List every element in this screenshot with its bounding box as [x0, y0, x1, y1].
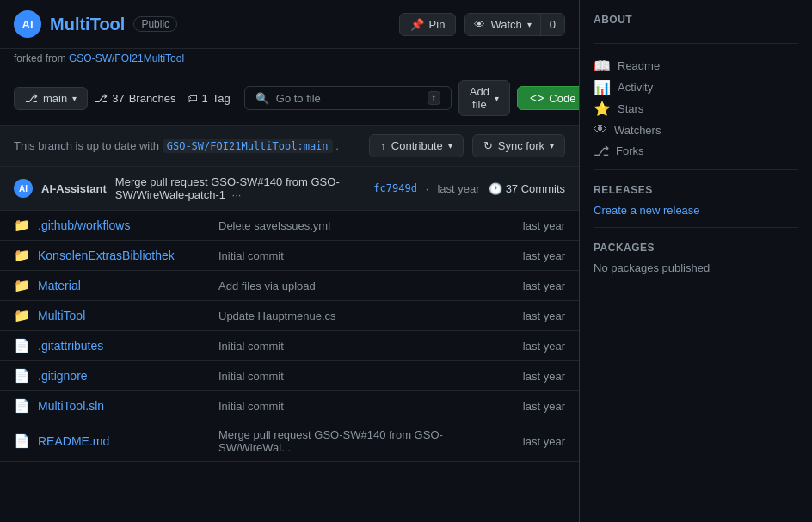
- branch-selector[interactable]: ⎇ main ▾: [14, 87, 88, 110]
- commit-pr-link[interactable]: GSO-SW#140: [211, 175, 282, 188]
- fork-line: forked from GSO-SW/FOI21MultiTool: [0, 49, 579, 71]
- expand-icon[interactable]: ···: [232, 188, 242, 201]
- about-section: About: [594, 14, 798, 44]
- table-row: 📄 .gitattributes Initial commit last yea…: [0, 331, 579, 361]
- go-to-file-search[interactable]: 🔍 t: [244, 86, 452, 110]
- file-commit-msg: Initial commit: [218, 340, 514, 353]
- commit-author[interactable]: AI-Assistant: [41, 182, 107, 195]
- table-row: 📁 MultiTool Update Hauptmenue.cs last ye…: [0, 301, 579, 331]
- create-release-link[interactable]: Create a new release: [594, 204, 700, 217]
- pin-button[interactable]: 📌 Pin: [399, 13, 457, 36]
- file-name[interactable]: Material: [38, 279, 210, 292]
- about-label: About: [594, 14, 798, 26]
- contribute-button[interactable]: ↑ Contribute ▾: [369, 134, 463, 157]
- code-button[interactable]: <> Code ▾: [517, 86, 580, 110]
- watch-main-button[interactable]: 👁 Watch ▾: [465, 14, 539, 35]
- file-time: last year: [523, 279, 565, 292]
- file-commit-msg: Update Hauptmenue.cs: [218, 310, 514, 322]
- file-commit-msg: Merge pull request GSO-SW#140 from GSO-S…: [218, 428, 514, 454]
- sidebar-item-activity[interactable]: 📊 Activity: [594, 79, 798, 95]
- search-shortcut: t: [428, 91, 440, 105]
- sync-fork-button[interactable]: ↻ Sync fork ▾: [472, 134, 565, 157]
- commit-separator: ·: [426, 182, 429, 195]
- chevron-down-icon: ▾: [495, 94, 499, 103]
- file-time: last year: [523, 219, 565, 232]
- file-icon: 📄: [14, 398, 29, 414]
- file-commit-msg: Add files via upload: [218, 279, 514, 292]
- file-name[interactable]: .gitattributes: [38, 339, 210, 353]
- chevron-down-icon: ▾: [448, 141, 452, 150]
- file-commit-msg: Initial commit: [218, 370, 514, 383]
- file-commit-msg: Delete saveIssues.yml: [218, 219, 514, 232]
- file-name[interactable]: README.md: [38, 434, 210, 448]
- avatar: AI: [14, 10, 41, 38]
- sidebar-item-watchers[interactable]: 👁 Watchers: [594, 122, 798, 138]
- activity-icon: 📊: [594, 79, 611, 95]
- repo-name[interactable]: MultiTool: [50, 15, 125, 34]
- file-time: last year: [523, 310, 565, 322]
- readme-section: 📖 Readme 📊 Activity ⭐ Stars 👁 Watchers ⎇: [594, 58, 798, 170]
- file-name[interactable]: MultiTool.sln: [38, 399, 210, 413]
- releases-section: Releases Create a new release: [594, 184, 798, 228]
- file-commit-msg: Initial commit: [218, 400, 514, 413]
- file-time: last year: [523, 249, 565, 262]
- file-icon: 📄: [14, 368, 29, 384]
- table-row: 📁 Material Add files via upload last yea…: [0, 271, 579, 301]
- table-row: 📄 .gitignore Initial commit last year: [0, 361, 579, 391]
- packages-text: No packages published: [594, 261, 710, 274]
- folder-icon: 📁: [14, 218, 29, 233]
- fork-source-link[interactable]: GSO-SW/FOI21MultiTool: [69, 52, 184, 64]
- commits-count-link[interactable]: 🕐 37 Commits: [489, 182, 565, 195]
- sync-bar: This branch is up to date with GSO-SW/FO…: [0, 126, 579, 167]
- latest-commit-row: AI AI-Assistant Merge pull request GSO-S…: [0, 167, 579, 211]
- sidebar-item-forks[interactable]: ⎇ Forks: [594, 143, 798, 159]
- branch-icon: ⎇: [25, 92, 38, 105]
- folder-icon: 📁: [14, 248, 29, 263]
- branch-count-icon: ⎇: [95, 92, 108, 105]
- file-time: last year: [523, 370, 565, 383]
- file-time: last year: [523, 340, 565, 353]
- search-input[interactable]: [276, 92, 421, 105]
- branches-link[interactable]: ⎇ 37 Branches: [95, 92, 175, 105]
- fork-icon: ⎇: [594, 143, 609, 159]
- file-time: last year: [523, 435, 565, 448]
- file-icon: 📄: [14, 433, 29, 449]
- file-name[interactable]: .gitignore: [38, 369, 210, 383]
- sync-icon: ↻: [483, 139, 493, 152]
- branch-ref: GSO-SW/FOI21MultiTool:main: [163, 139, 333, 153]
- table-row: 📁 .github/workflows Delete saveIssues.ym…: [0, 211, 579, 241]
- chevron-down-icon: ▾: [550, 141, 554, 150]
- watch-count[interactable]: 0: [540, 14, 564, 35]
- contribute-icon: ↑: [380, 139, 386, 152]
- sidebar-item-stars[interactable]: ⭐ Stars: [594, 101, 798, 117]
- file-name[interactable]: MultiTool: [38, 309, 210, 322]
- packages-section: Packages No packages published: [594, 242, 798, 285]
- table-row: 📁 KonsolenExtrasBibliothek Initial commi…: [0, 241, 579, 271]
- eye-icon: 👁: [474, 18, 485, 31]
- commit-message: Merge pull request GSO-SW#140 from GSO-S…: [115, 175, 365, 201]
- visibility-badge: Public: [133, 16, 177, 32]
- releases-label: Releases: [594, 184, 798, 196]
- watch-button-group: 👁 Watch ▾ 0: [464, 13, 565, 36]
- file-name[interactable]: KonsolenExtrasBibliothek: [38, 249, 210, 262]
- file-name[interactable]: .github/workflows: [38, 218, 210, 232]
- search-icon: 🔍: [255, 92, 269, 105]
- file-pr-link[interactable]: GSO-SW#140: [314, 428, 385, 441]
- repo-header: AI MultiTool Public 📌 Pin 👁 Watch ▾ 0: [0, 0, 579, 49]
- packages-label: Packages: [594, 242, 798, 254]
- file-time: last year: [523, 400, 565, 413]
- folder-icon: 📁: [14, 308, 29, 323]
- tags-link[interactable]: 🏷 1 Tag: [187, 92, 231, 105]
- file-commit-msg: Initial commit: [218, 249, 514, 262]
- star-icon: ⭐: [594, 101, 611, 117]
- chevron-down-icon: ▾: [72, 94, 77, 103]
- add-file-button[interactable]: Add file ▾: [458, 80, 510, 116]
- toolbar: ⎇ main ▾ ⎇ 37 Branches 🏷 1 Tag 🔍 t Add: [0, 71, 579, 126]
- table-row: 📄 README.md Merge pull request GSO-SW#14…: [0, 421, 579, 462]
- folder-icon: 📁: [14, 278, 29, 293]
- file-table: 📁 .github/workflows Delete saveIssues.ym…: [0, 211, 579, 522]
- commit-hash-link[interactable]: fc7949d: [373, 182, 417, 194]
- sidebar-item-readme[interactable]: 📖 Readme: [594, 58, 798, 74]
- book-icon: 📖: [594, 58, 611, 74]
- pin-icon: 📌: [410, 18, 424, 31]
